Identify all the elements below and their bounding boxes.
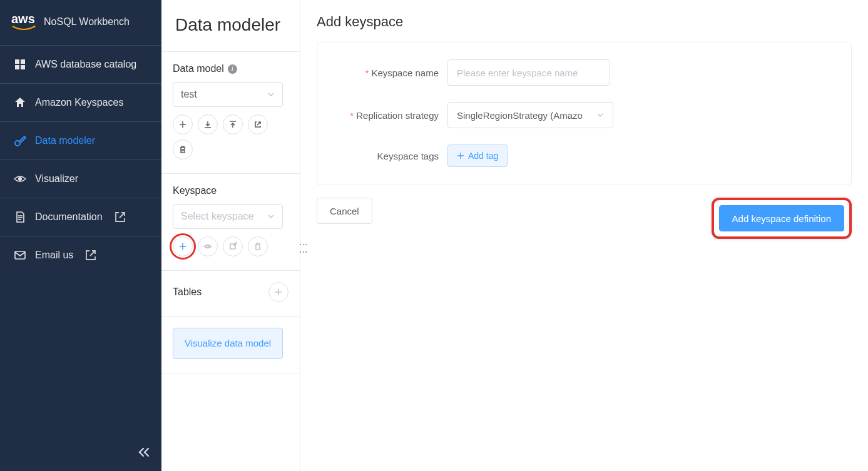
document-icon: [14, 211, 26, 223]
plus-icon: [274, 288, 283, 296]
plus-icon: [178, 120, 187, 129]
chevron-down-icon: [267, 213, 275, 220]
keyspace-name-input[interactable]: [447, 59, 610, 86]
svg-point-5: [18, 177, 22, 181]
nav-visualizer[interactable]: Visualizer: [0, 160, 161, 198]
keyspace-form-card: Keyspace name Replication strategy Singl…: [317, 43, 852, 185]
visualize-section: Visualize data model: [161, 316, 300, 373]
visualize-data-model-button[interactable]: Visualize data model: [173, 328, 283, 359]
datamodel-actions: [173, 114, 288, 160]
form-actions: Cancel Add keyspace definition: [317, 198, 852, 239]
datamodel-select[interactable]: test: [173, 82, 283, 107]
svg-point-7: [207, 245, 209, 248]
nav-label: Documentation: [35, 211, 103, 223]
upload-icon: [228, 120, 237, 129]
chevron-down-icon: [596, 111, 604, 119]
chevron-double-left-icon: [138, 447, 150, 457]
svg-rect-0: [15, 59, 19, 64]
keyspace-name-label: Keyspace name: [335, 68, 447, 78]
replication-strategy-select[interactable]: SingleRegionStrategy (Amazo: [447, 102, 613, 128]
keyspace-tags-row: Keyspace tags Add tag: [335, 144, 834, 167]
share-datamodel-button[interactable]: [248, 114, 268, 134]
home-icon: [14, 96, 26, 109]
edit-icon: [228, 242, 237, 251]
replication-strategy-row: Replication strategy SingleRegionStrateg…: [335, 102, 834, 128]
nav-aws-database-catalog[interactable]: AWS database catalog: [0, 46, 161, 83]
external-link-icon: [253, 120, 262, 129]
modeler-panel: Data modeler Data model i test Keyspace …: [161, 0, 300, 471]
aws-smile-icon: [11, 25, 36, 31]
nav-documentation[interactable]: Documentation: [0, 198, 161, 236]
add-keyspace-button[interactable]: [173, 236, 193, 256]
nav-label: Data modeler: [35, 135, 95, 146]
add-table-button: [268, 282, 288, 302]
eye-icon: [14, 173, 26, 185]
plus-icon: [178, 242, 187, 251]
trash-icon: [178, 145, 187, 154]
mail-icon: [14, 249, 26, 261]
app-sidebar: aws NoSQL Workbench AWS database catalog…: [0, 0, 161, 471]
nav-data-modeler[interactable]: Data modeler: [0, 122, 161, 160]
nav-label: AWS database catalog: [35, 59, 136, 70]
collapse-sidebar-button[interactable]: [138, 447, 150, 460]
nav-label: Email us: [35, 250, 73, 261]
svg-point-4: [15, 141, 20, 146]
replication-strategy-value: SingleRegionStrategy (Amazo: [457, 110, 583, 121]
add-tag-label: Add tag: [468, 151, 498, 161]
external-link-icon: [114, 211, 126, 223]
svg-rect-1: [21, 59, 25, 64]
nav-amazon-keyspaces[interactable]: Amazon Keyspaces: [0, 84, 161, 121]
replication-strategy-label: Replication strategy: [335, 110, 447, 121]
nav-email-us[interactable]: Email us: [0, 236, 161, 274]
cancel-button[interactable]: Cancel: [317, 198, 372, 224]
export-datamodel-button[interactable]: [223, 114, 243, 134]
add-datamodel-button[interactable]: [173, 114, 193, 134]
import-datamodel-button[interactable]: [198, 114, 218, 134]
info-icon[interactable]: i: [228, 64, 237, 74]
aws-logo-text: aws: [11, 12, 35, 26]
logo-row: aws NoSQL Workbench: [0, 0, 161, 45]
delete-datamodel-button[interactable]: [173, 139, 193, 160]
plus-icon: [457, 152, 464, 160]
keyspace-name-row: Keyspace name: [335, 59, 834, 86]
delete-keyspace-button: [248, 236, 268, 256]
form-title: Add keyspace: [317, 14, 852, 30]
edit-keyspace-button: [223, 236, 243, 256]
chevron-down-icon: [267, 91, 275, 98]
panel-heading: Data modeler: [161, 0, 300, 51]
app-title: NoSQL Workbench: [44, 16, 130, 28]
trash-icon: [253, 242, 262, 251]
download-icon: [203, 120, 212, 129]
eye-icon: [203, 242, 212, 251]
datamodel-value: test: [181, 89, 197, 100]
resize-handle[interactable]: ⋮⋮: [299, 240, 309, 255]
submit-highlight: Add keyspace definition: [712, 198, 852, 239]
datamodel-label-row: Data model i: [173, 63, 288, 74]
tables-section: Tables: [161, 270, 300, 316]
external-link-icon: [84, 249, 97, 261]
add-keyspace-definition-button[interactable]: Add keyspace definition: [719, 205, 844, 231]
nav-label: Amazon Keyspaces: [35, 97, 123, 108]
draft-icon: [14, 134, 26, 147]
add-tag-button[interactable]: Add tag: [447, 144, 508, 167]
aws-logo: aws: [11, 13, 36, 31]
svg-rect-3: [21, 65, 25, 69]
keyspace-select[interactable]: Select keyspace: [173, 204, 283, 229]
svg-rect-2: [15, 65, 19, 69]
keyspace-label: Keyspace: [173, 185, 288, 196]
nav-label: Visualizer: [35, 173, 78, 185]
keyspace-placeholder: Select keyspace: [181, 211, 254, 222]
datamodel-section: Data model i test: [161, 51, 300, 173]
main-content: ⋮⋮ Add keyspace Keyspace name Replicatio…: [300, 0, 868, 471]
view-keyspace-button: [198, 236, 218, 256]
keyspace-actions: [173, 236, 288, 256]
datamodel-label: Data model: [173, 63, 224, 74]
grid-icon: [14, 58, 26, 71]
keyspace-section: Keyspace Select keyspace: [161, 173, 300, 270]
tables-label: Tables: [173, 286, 202, 298]
keyspace-tags-label: Keyspace tags: [335, 151, 447, 161]
